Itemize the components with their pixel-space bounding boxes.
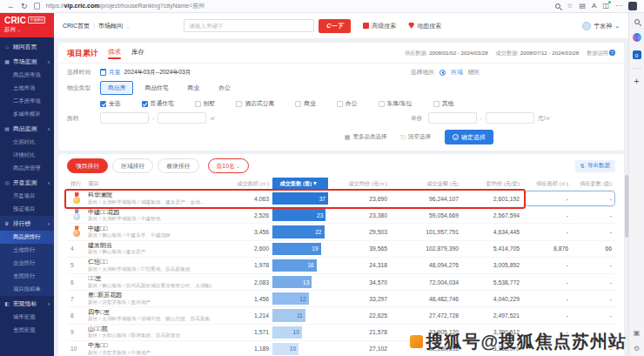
category-checkbox[interactable]: 别墅 [195, 99, 216, 108]
table-row[interactable]: 7星□新景花园新区 / 浒墅关板块 / 星河地产1,4561233,29748,… [67, 290, 615, 306]
project-cell[interactable]: 中建□□花园新区 / 太湖科学城板块 / 中建智地 [88, 209, 215, 223]
checkbox-icon[interactable] [236, 101, 242, 107]
sidebar-item[interactable]: 开盘项目 [0, 190, 54, 203]
project-cell[interactable]: 中建□□新区 / 狮山板块 / 中建东孚、中建国际 [88, 225, 215, 239]
column-header[interactable]: 排行 [67, 178, 88, 190]
ranking-scope-pill[interactable]: 项目排行 [67, 158, 108, 173]
project-cell[interactable]: 中海□□新区 / 浒墅关板块 / 中海地产 [88, 342, 215, 356]
more-category-button[interactable]: ▦更多品类选择 [345, 133, 387, 141]
category-checkbox[interactable]: 普通住宅 [142, 99, 174, 108]
sidebar-item[interactable]: 土地市场 [0, 82, 54, 95]
sidebar-item[interactable]: 多城市横评 [0, 108, 54, 121]
area-min-input[interactable] [100, 112, 149, 124]
sidebar-item[interactable]: 全国排行 [0, 270, 54, 283]
category-checkbox[interactable]: 全选 [100, 99, 121, 108]
project-cell[interactable]: 山□□苑新区 / 大阳山板块 / 朗诗集团、苏高新股份 [88, 326, 215, 339]
category-checkbox[interactable]: 其他 [433, 99, 454, 108]
office-icon[interactable]: o [633, 50, 641, 59]
copilot-icon[interactable] [633, 33, 641, 42]
property-type-tab[interactable]: 商品住宅 [137, 81, 176, 95]
sidebar-section-header[interactable]: ♛排行榜∧ [0, 216, 54, 231]
column-header[interactable]: 成交套数 (套) [272, 178, 328, 190]
area-max-input[interactable] [158, 112, 206, 124]
sidebar-section-header[interactable]: ⌂顾问首页 [0, 39, 54, 54]
sidebar-section-header[interactable]: ▦市场监测∧ [0, 54, 54, 69]
favorite-star-icon[interactable]: ☆ [567, 3, 573, 10]
sidebar-item[interactable]: 商品房管理 [0, 162, 54, 175]
project-cell[interactable]: 科华澜院新区 / 太湖科学城板块 / 城建集团、建发房产、金地... [88, 191, 215, 205]
advanced-search-link[interactable]: 高级搜索 [363, 22, 396, 30]
user-menu[interactable]: 于发神 ⌄ [582, 22, 620, 30]
price-max-input[interactable] [486, 112, 534, 124]
category-checkbox[interactable]: 办公 [337, 99, 358, 108]
confirm-button[interactable]: ✓确定选择 [445, 130, 493, 144]
sidebar-item[interactable]: 二手房市场 [0, 95, 54, 108]
settings-gear-icon[interactable]: ⚙ [634, 346, 640, 353]
search-button[interactable]: C一下 [319, 19, 351, 33]
property-type-tab[interactable]: 商业 [180, 81, 208, 95]
page-scrollbar[interactable] [624, 163, 628, 356]
search-input[interactable] [184, 19, 314, 32]
sidebar-item[interactable]: 交易对比 [0, 136, 54, 149]
sort-filter-icon[interactable] [313, 182, 317, 185]
checkbox-icon[interactable] [433, 101, 439, 107]
time-range-value[interactable]: 2024年03月--2024年03月 [124, 68, 191, 77]
breadcrumb-home[interactable]: CRIC首页 [63, 22, 90, 30]
table-row[interactable]: 6□□里新区 / 狮山板块 / 苏州高新区城投置业有限公司、太湖集团2,0831… [67, 273, 615, 290]
address-bar[interactable]: https://vip.cric.com/project/houseRankin… [46, 2, 550, 10]
column-header[interactable]: 供应套数 (套) [572, 178, 615, 190]
browser-profile-avatar[interactable] [628, 2, 637, 10]
sidebar-section-header[interactable]: ▤商品监测∧ [0, 121, 54, 136]
sidebar-item[interactable]: 城市宏观 [0, 311, 54, 324]
column-header[interactable]: 供应面积 (㎡) [523, 178, 572, 190]
table-row[interactable]: 4建发朗云新区 / 狮山板块 / 建发房产2,6001939,565102,87… [67, 240, 615, 257]
column-header[interactable]: 成交均价 (元/㎡) [328, 178, 391, 190]
table-row[interactable]: 科华澜院新区 / 太湖科学城板块 / 城建集团、建发房产、金地...4,0633… [67, 190, 615, 206]
ranking-scope-pill[interactable]: 板块排行 [158, 158, 198, 173]
extensions-icon[interactable]: ◫ [602, 3, 609, 10]
table-row[interactable]: 中建□□新区 / 狮山板块 / 中建东孚、中建国际3,4562229,50310… [67, 223, 615, 239]
sidebar-search-icon[interactable] [634, 19, 640, 24]
screenshot-icon[interactable]: ▣ [634, 330, 641, 337]
checkbox-icon[interactable] [379, 101, 385, 107]
breadcrumb-module[interactable]: 市场顾问 [98, 22, 123, 30]
sidebar-item[interactable]: 项目指标单 [0, 283, 54, 296]
category-checkbox[interactable]: 酒店式公寓 [236, 99, 274, 108]
sidebar-item[interactable]: 详情对比 [0, 149, 54, 162]
column-header[interactable]: 项目 [88, 178, 215, 190]
category-checkbox[interactable]: 车库/车位 [379, 99, 413, 108]
table-row[interactable]: 8四季□里新区 / 太湖科学城板块 / 绿城中国、南山控股、苏高新集...1,2… [67, 306, 615, 323]
project-cell[interactable]: 仁恒□□新区 / 太湖科学城板块 / 仁恒置地、苏高新集团 [88, 259, 215, 272]
sidebar-item[interactable]: 全国宏观 [0, 324, 54, 337]
map-search-link[interactable]: 地图搜索 [408, 22, 441, 30]
back-icon[interactable]: ← [7, 3, 15, 10]
radio-selected-icon[interactable] [439, 70, 446, 76]
checkbox-icon[interactable] [195, 101, 201, 107]
checkbox-icon[interactable] [337, 101, 343, 107]
sidebar-section-header[interactable]: ◎开盘监测∧ [0, 175, 54, 190]
project-cell[interactable]: □□里新区 / 狮山板块 / 苏州高新区城投置业有限公司、太湖集团 [88, 275, 215, 289]
topn-dropdown[interactable]: 前10名 ⌄ [208, 158, 249, 173]
sidebar-item[interactable]: 预证项目 [0, 203, 54, 216]
tab-inventory[interactable]: 库存 [131, 47, 145, 59]
tab-supply-demand[interactable]: 供求 [107, 47, 122, 59]
property-type-tab[interactable]: 办公 [211, 81, 238, 95]
table-row[interactable]: 5仁恒□□新区 / 太湖科学城板块 / 仁恒置地、苏高新集团1,9781624,… [67, 257, 615, 273]
sidebar-item[interactable]: 商品房排行 [0, 231, 54, 244]
sidebar-item[interactable]: 企业排行 [0, 257, 54, 270]
checkbox-checked-icon[interactable] [142, 101, 148, 107]
checkbox-checked-icon[interactable] [100, 101, 106, 107]
clear-selection-button[interactable]: ⎋清空选择 [400, 133, 431, 141]
refresh-icon[interactable]: ↻ [21, 3, 28, 10]
checkbox-icon[interactable] [295, 101, 301, 107]
reading-list-icon[interactable]: ▤ [580, 3, 587, 10]
project-cell[interactable]: 建发朗云新区 / 狮山板块 / 建发房产 [88, 242, 215, 256]
scrollbar-thumb[interactable] [625, 175, 628, 238]
export-button[interactable]: ⇅导出数据 [575, 160, 615, 172]
search-icon[interactable] [555, 3, 560, 9]
more-menu-icon[interactable]: ⋯ [615, 3, 622, 10]
sidebar-section-header[interactable]: ◧宏观指标∧ [0, 296, 54, 311]
data-note-link[interactable]: 数据说明? [587, 50, 615, 57]
column-header[interactable]: 成交面积 (㎡) [215, 178, 272, 190]
translate-icon[interactable]: A [592, 3, 596, 10]
